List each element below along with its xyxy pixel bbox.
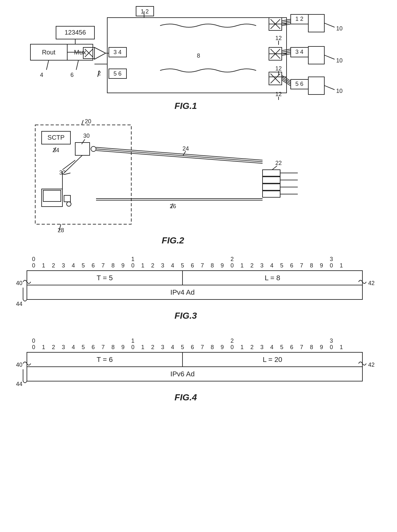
svg-rect-94	[27, 285, 362, 299]
fig3-bit-13: 3	[161, 262, 164, 269]
router-label: Rout	[42, 49, 56, 56]
fig3-label: FIG.3	[174, 311, 197, 321]
fig4-ref44: 44	[16, 381, 22, 387]
fig3-ref42: 42	[368, 280, 375, 286]
svg-line-65	[96, 149, 263, 162]
svg-rect-62	[75, 143, 90, 155]
fig3-bit-01: 1	[42, 262, 45, 269]
svg-line-60	[82, 120, 83, 125]
fig1-ref12-r1: 1 2	[295, 16, 303, 22]
fig3-bit-02: 2	[52, 262, 55, 269]
fig4-label: FIG.4	[174, 392, 197, 402]
fig1-ref56-r: 5 6	[295, 81, 303, 87]
fig3-bit-05: 5	[82, 262, 85, 269]
fig4-bit-11: 1	[141, 344, 144, 350]
fig4-bit-00: 0	[32, 344, 35, 350]
fig1-ref10-mid: 10	[336, 57, 343, 64]
fig3-bit-25: 5	[280, 262, 283, 269]
fig3-bit-16: 6	[191, 262, 194, 269]
fig3-bit-09: 9	[121, 262, 125, 269]
fig3-bit-23: 3	[260, 262, 263, 269]
fig3-bit-11: 1	[141, 262, 144, 269]
fig1-ref34-r: 3 4	[295, 49, 303, 55]
fig3-bit-14: 4	[171, 262, 174, 269]
fig4-bit-20: 0	[231, 344, 234, 350]
fig4-bit-02: 2	[52, 344, 55, 350]
fig3-bit-27: 7	[300, 262, 303, 269]
fig2-ref20: 20	[85, 118, 91, 125]
fig4-bit-26: 6	[290, 344, 293, 350]
fig3-ref44: 44	[16, 301, 22, 307]
fig3-bit-10: 0	[131, 262, 134, 269]
fig4-bit-04: 4	[72, 344, 75, 350]
fig3-ruler-1: 1	[131, 256, 134, 262]
fig4-bit-16: 6	[191, 344, 194, 350]
fig2-ref30: 30	[83, 133, 90, 139]
diagram-svg: Rout 4 Mux 6 123456 1 2 3 4 5 6 8 1 2	[0, 0, 397, 532]
svg-line-71	[272, 166, 277, 170]
fig2-label: FIG.2	[162, 235, 184, 245]
fig4-bit-14: 4	[171, 344, 174, 350]
svg-line-39	[324, 55, 335, 59]
svg-rect-74	[263, 184, 280, 190]
fig1-ref12-bot: 12	[275, 91, 282, 97]
fig3-bit-15: 5	[181, 262, 184, 269]
fig3-l8-label: L = 8	[265, 274, 280, 282]
fig4-bit-08: 8	[111, 344, 115, 350]
fig4-ruler-0: 0	[32, 338, 35, 344]
fig1-ref6: 6	[70, 72, 74, 78]
fig3-bit-31: 1	[340, 262, 343, 269]
svg-line-50	[324, 86, 335, 90]
fig4-bit-21: 1	[240, 344, 244, 350]
fig4-ipv6-label: IPv6 Ad	[170, 370, 195, 378]
fig3-ruler-0: 0	[32, 256, 35, 262]
fig4-l20-label: L = 20	[263, 356, 282, 364]
fig3-bit-17: 7	[201, 262, 204, 269]
fig3-ref40: 40	[16, 280, 22, 286]
fig1-label-56: 5 6	[113, 70, 121, 77]
svg-line-64	[96, 147, 263, 160]
fig3-bit-21: 1	[240, 262, 244, 269]
fig2-ref22: 22	[275, 160, 282, 166]
fig1-label: FIG.1	[174, 101, 197, 111]
fig3-bit-06: 6	[92, 262, 95, 269]
fig4-ruler-1: 1	[131, 338, 134, 344]
fig3-bit-22: 2	[250, 262, 254, 269]
fig4-bit-27: 7	[300, 344, 303, 350]
fig4-t6-label: T = 6	[97, 356, 113, 364]
svg-rect-38	[308, 46, 324, 64]
fig2-sctp-label: SCTP	[47, 134, 64, 141]
fig4-bit-15: 5	[181, 344, 184, 350]
fig4-bit-05: 5	[82, 344, 85, 350]
fig4-bit-06: 6	[92, 344, 95, 350]
fig3-bit-18: 8	[211, 262, 214, 269]
svg-line-61	[82, 139, 85, 144]
fig4-bit-13: 3	[161, 344, 164, 350]
fig4-bit-09: 9	[121, 344, 125, 350]
fig1-label-34: 3 4	[113, 49, 121, 55]
svg-line-88	[64, 155, 82, 173]
svg-rect-49	[308, 77, 324, 94]
fig3-bit-03: 3	[62, 262, 65, 269]
fig4-bit-29: 9	[320, 344, 323, 350]
fig4-bit-03: 3	[62, 344, 65, 350]
svg-line-3	[76, 60, 78, 70]
fig4-bit-25: 5	[280, 344, 283, 350]
fig1-label-123456: 123456	[65, 29, 86, 36]
fig4-ref40: 40	[16, 362, 22, 368]
svg-rect-73	[263, 177, 280, 183]
svg-rect-100	[27, 367, 362, 381]
fig1-ref8: 8	[197, 53, 200, 59]
fig4-bit-10: 0	[131, 344, 134, 350]
fig4-ruler-3: 3	[330, 338, 333, 344]
fig3-bit-19: 9	[221, 262, 224, 269]
fig1-ref10-top: 10	[336, 25, 343, 32]
fig4-bit-30: 0	[330, 344, 333, 350]
svg-rect-84	[64, 195, 70, 202]
svg-line-66	[96, 151, 263, 163]
fig1-ref12-top: 1 2	[141, 8, 149, 15]
svg-rect-24	[308, 14, 324, 32]
fig4-bit-18: 8	[211, 344, 214, 350]
fig1-ref10-bot: 10	[336, 88, 343, 94]
svg-point-63	[91, 146, 96, 151]
